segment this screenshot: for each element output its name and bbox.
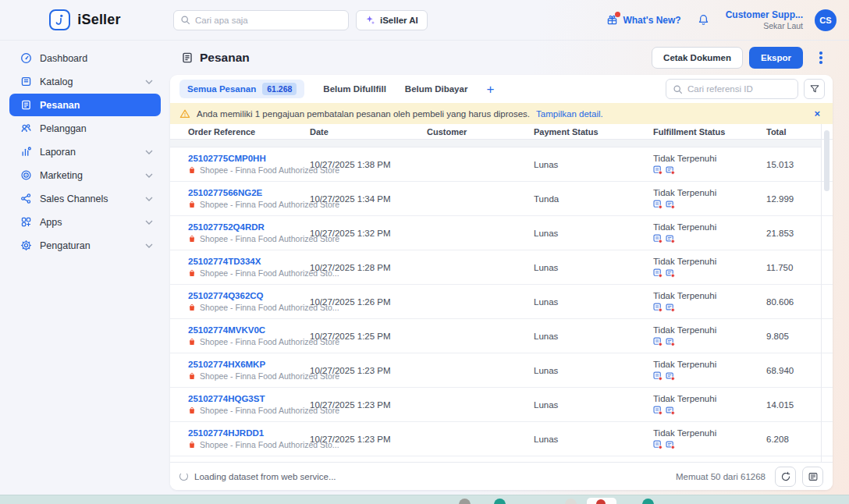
column-fulfillment-status[interactable]: Fulfillment Status — [653, 127, 766, 137]
column-total[interactable]: Total — [766, 127, 821, 137]
invoice-alert-icon[interactable] — [666, 165, 675, 175]
shipping-label-alert-icon[interactable] — [653, 371, 663, 381]
more-actions-button[interactable] — [814, 48, 828, 68]
sidebar-item-pelanggan[interactable]: Pelanggan — [9, 117, 161, 140]
sidebar-item-apps[interactable]: Apps — [9, 211, 161, 233]
order-reference-link[interactable]: 25102774HX6MKP — [188, 360, 310, 369]
dock-icon-2[interactable] — [494, 499, 506, 504]
dock-icon-5[interactable] — [642, 499, 654, 504]
order-reference-link[interactable]: 25102774TD334X — [188, 257, 310, 266]
column-order-reference[interactable]: Order Reference — [188, 127, 310, 137]
shipping-label-alert-icon[interactable] — [653, 303, 663, 312]
order-reference-link[interactable]: 25102774HQG3ST — [188, 394, 310, 403]
tab-belum-dibayar[interactable]: Belum Dibayar — [405, 84, 468, 94]
scrollbar-thumb[interactable] — [824, 130, 829, 191]
dock-icon-3[interactable] — [565, 499, 577, 504]
whats-new-button[interactable]: What's New? — [606, 14, 680, 26]
table-row[interactable]: 25102774TD334X Shopee - Finna Food Autho… — [170, 250, 833, 285]
shopee-icon — [188, 441, 196, 449]
invoice-alert-icon[interactable] — [666, 234, 675, 243]
invoice-alert-icon[interactable] — [666, 303, 675, 312]
invoice-alert-icon[interactable] — [666, 440, 675, 449]
bell-icon[interactable] — [698, 14, 709, 26]
order-reference-cell: 25102774HX6MKP Shopee - Finna Food Autho… — [188, 360, 310, 381]
sidebar-item-katalog[interactable]: Katalog — [9, 70, 161, 93]
shipping-label-alert-icon[interactable] — [653, 200, 663, 209]
reference-search-input[interactable] — [687, 84, 791, 94]
fulfillment-status: Tidak Terpenuhi — [653, 360, 766, 369]
shipping-label-alert-icon[interactable] — [653, 406, 663, 415]
payment-status-cell: Lunas — [534, 366, 653, 375]
fulfillment-cell: Tidak Terpenuhi — [653, 222, 766, 243]
order-reference-link[interactable]: 251027752Q4RDR — [188, 222, 310, 232]
refresh-button[interactable] — [775, 467, 796, 487]
iseller-ai-button[interactable]: iSeller AI — [356, 10, 428, 30]
column-date[interactable]: Date — [310, 127, 427, 137]
sidebar-item-sales-channels[interactable]: Sales Channels — [9, 187, 161, 210]
table-row[interactable]: 2510277566NG2E Shopee - Finna Food Autho… — [170, 182, 833, 216]
dock-icon-1[interactable] — [459, 499, 471, 504]
invoice-alert-icon[interactable] — [666, 200, 675, 209]
order-reference-link[interactable]: 25102775CMP0HH — [188, 154, 310, 163]
shipping-label-alert-icon[interactable] — [653, 165, 663, 175]
date-cell: 10/27/2025 1:23 PM — [310, 400, 427, 410]
brand[interactable]: iSeller — [0, 9, 170, 30]
sidebar-item-marketing[interactable]: Marketing — [9, 164, 161, 186]
sidebar-item-pesanan[interactable]: Pesanan — [9, 94, 161, 116]
add-tab-button[interactable]: + — [486, 83, 494, 96]
order-reference-link[interactable]: 25102774Q362CQ — [188, 291, 310, 300]
sidebar-item-label: Katalog — [40, 76, 73, 87]
table-row[interactable]: 25102774Q362CQ Shopee - Finna Food Autho… — [170, 285, 833, 319]
filter-button[interactable] — [804, 79, 825, 99]
total-cell: 6.208 — [766, 435, 821, 444]
details-panel-button[interactable] — [802, 467, 823, 487]
order-reference-cell: 25102774TD334X Shopee - Finna Food Autho… — [188, 257, 310, 278]
table-row[interactable]: 25102774HX6MKP Shopee - Finna Food Autho… — [170, 353, 833, 388]
table-row[interactable]: 251027752Q4RDR Shopee - Finna Food Autho… — [170, 216, 833, 250]
total-cell: 68.940 — [766, 366, 821, 375]
order-reference-link[interactable]: 25102774MVKV0C — [188, 325, 310, 335]
invoice-alert-icon[interactable] — [666, 371, 675, 381]
order-reference-cell: 25102774HJRDD1 Shopee - Finna Food Autho… — [188, 428, 310, 449]
user-menu[interactable]: Customer Supp... Sekar Laut — [726, 9, 803, 30]
sidebar-item-laporan[interactable]: Laporan — [9, 140, 161, 163]
export-button[interactable]: Ekspor — [749, 47, 803, 69]
sidebar-item-dashboard[interactable]: Dashboard — [9, 47, 161, 69]
order-reference-link[interactable]: 25102774HJRDD1 — [188, 428, 310, 438]
table-row[interactable]: 25102774MVKV0C Shopee - Finna Food Autho… — [170, 319, 833, 353]
sidebar-item-pengaturan[interactable]: Pengaturan — [9, 234, 161, 257]
table-group-strip — [170, 140, 821, 147]
page-title: Pesanan — [200, 51, 250, 65]
shipping-label-alert-icon[interactable] — [653, 440, 663, 449]
column-payment-status[interactable]: Payment Status — [534, 127, 653, 137]
shipping-label-alert-icon[interactable] — [653, 268, 663, 278]
global-search[interactable] — [173, 10, 349, 30]
column-customer[interactable]: Customer — [427, 127, 534, 137]
close-icon[interactable]: × — [811, 108, 823, 119]
iseller-ai-label: iSeller AI — [380, 16, 418, 25]
dock-icon-4[interactable] — [587, 498, 616, 504]
shipping-label-alert-icon[interactable] — [653, 337, 663, 346]
global-search-input[interactable] — [195, 16, 342, 25]
shipping-label-alert-icon[interactable] — [653, 234, 663, 243]
invoice-alert-icon[interactable] — [666, 337, 675, 346]
invoice-alert-icon[interactable] — [666, 406, 675, 415]
tab-semua-pesanan[interactable]: Semua Pesanan 61.268 — [179, 80, 304, 98]
order-reference-link[interactable]: 2510277566NG2E — [188, 188, 310, 197]
shopee-icon — [188, 201, 196, 208]
date-cell: 10/27/2025 1:34 PM — [310, 194, 427, 204]
invoice-alert-icon[interactable] — [666, 268, 675, 278]
avatar[interactable]: CS — [815, 9, 837, 31]
show-detail-link[interactable]: Tampilkan detail. — [536, 109, 603, 119]
reference-search[interactable] — [666, 79, 798, 99]
table-row[interactable]: 25102774HQG3ST Shopee - Finna Food Autho… — [170, 388, 833, 422]
iseller-logo-icon — [49, 9, 70, 30]
tab-belum-difullfill[interactable]: Belum Difullfill — [323, 84, 386, 94]
topbar-right: What's New? Customer Supp... Sekar Laut … — [606, 9, 849, 31]
date-cell: 10/27/2025 1:26 PM — [310, 297, 427, 307]
table-row[interactable]: 25102774HJRDD1 Shopee - Finna Food Autho… — [170, 422, 833, 456]
print-document-button[interactable]: Cetak Dokumen — [652, 47, 743, 69]
table-scrollbar[interactable] — [821, 124, 833, 462]
cancellation-warning-banner: Anda memiliki 1 pengajuan pembatalan pes… — [170, 103, 833, 124]
table-row[interactable]: 25102775CMP0HH Shopee - Finna Food Autho… — [170, 147, 833, 182]
